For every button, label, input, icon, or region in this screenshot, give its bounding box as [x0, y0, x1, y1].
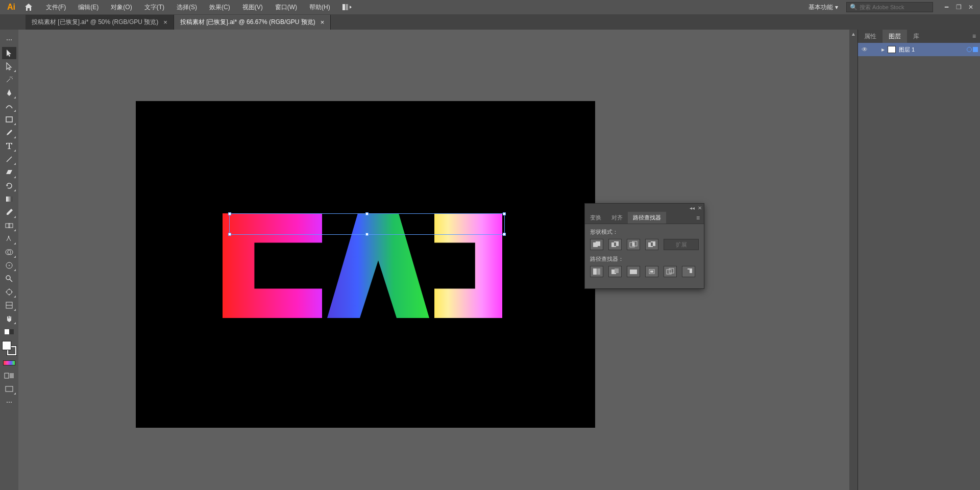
- rectangle-tool[interactable]: [2, 113, 16, 126]
- document-tab[interactable]: 投稿素材 [已恢复].ai* @ 66.67% (RGB/GPU 预览) ×: [174, 15, 331, 30]
- menubar: Ai 文件(F) 编辑(E) 对象(O) 文字(T) 选择(S) 效果(C) 视…: [0, 0, 980, 14]
- edit-toolbar-icon[interactable]: ⋯: [2, 34, 16, 46]
- more-tools-icon[interactable]: ⋯: [2, 396, 16, 408]
- letter-a-shape[interactable]: [327, 213, 429, 318]
- blend-tool[interactable]: [2, 219, 16, 232]
- menu-select[interactable]: 选择(S): [172, 1, 202, 14]
- svg-rect-32: [615, 268, 619, 273]
- pen-tool[interactable]: [2, 87, 16, 99]
- maximize-button[interactable]: ❐: [953, 3, 964, 11]
- curvature-tool[interactable]: [2, 100, 16, 112]
- panel-tab-properties[interactable]: 属性: [858, 30, 883, 43]
- target-icon[interactable]: [967, 47, 972, 52]
- collapse-panel-icon[interactable]: ◂◂: [690, 205, 695, 211]
- type-tool[interactable]: [2, 140, 16, 152]
- scissors-tool[interactable]: [2, 233, 16, 245]
- eyedropper-tool[interactable]: [2, 206, 16, 218]
- zoom-tool[interactable]: [2, 273, 16, 285]
- pathfinders-label: 路径查找器：: [590, 255, 699, 263]
- layer-thumbnail: [888, 46, 896, 53]
- selection-color-icon[interactable]: [973, 47, 978, 52]
- workspace-label: 基本功能: [808, 3, 833, 12]
- gradient-swatch[interactable]: [3, 360, 15, 365]
- minus-front-button[interactable]: [608, 239, 622, 250]
- tab-transform[interactable]: 变换: [585, 212, 606, 224]
- search-box[interactable]: 🔍: [846, 2, 933, 12]
- shape-modes-label: 形状模式：: [590, 228, 699, 236]
- arrange-documents-icon[interactable]: [339, 2, 356, 12]
- crop-button[interactable]: [645, 266, 658, 277]
- slice-tool[interactable]: [2, 299, 16, 311]
- menu-effect[interactable]: 效果(C): [204, 1, 235, 14]
- panel-titlebar[interactable]: ◂◂ ✕: [585, 204, 704, 212]
- intersect-button[interactable]: [627, 239, 640, 250]
- panel-tab-layers[interactable]: 图层: [883, 30, 907, 43]
- search-icon: 🔍: [850, 4, 857, 11]
- menu-items: 文件(F) 编辑(E) 对象(O) 文字(T) 选择(S) 效果(C) 视图(V…: [41, 1, 335, 14]
- scroll-up-icon[interactable]: ▲: [849, 30, 857, 38]
- menu-object[interactable]: 对象(O): [106, 1, 137, 14]
- window-controls: ━ ❐ ✕: [941, 3, 976, 11]
- line-tool[interactable]: [2, 153, 16, 165]
- rotate-tool[interactable]: [2, 180, 16, 192]
- symbol-sprayer-tool[interactable]: [2, 259, 16, 272]
- letter-j-shape[interactable]: [434, 213, 502, 318]
- selection-tool[interactable]: [2, 47, 16, 59]
- tab-align[interactable]: 对齐: [606, 212, 628, 224]
- workspace-switcher[interactable]: 基本功能 ▾: [804, 1, 842, 14]
- tools-panel: ⋯: [0, 30, 18, 490]
- merge-button[interactable]: [627, 266, 640, 277]
- vertical-scrollbar[interactable]: ▲: [849, 30, 857, 490]
- menu-window[interactable]: 窗口(W): [270, 1, 302, 14]
- svg-rect-2: [6, 117, 12, 122]
- expand-layer-icon[interactable]: ▸: [881, 46, 885, 53]
- direct-selection-tool[interactable]: [2, 60, 16, 72]
- fill-stroke-swatch[interactable]: [2, 341, 16, 355]
- pathfinders-row: [590, 266, 699, 277]
- canvas-area[interactable]: ▲: [18, 30, 857, 490]
- unite-button[interactable]: [590, 239, 603, 250]
- svg-rect-6: [9, 224, 13, 228]
- menu-file[interactable]: 文件(F): [41, 1, 71, 14]
- document-tab[interactable]: 投稿素材 [已恢复].ai* @ 50% (RGB/GPU 预览) ×: [26, 15, 174, 30]
- tab-close-icon[interactable]: ×: [163, 18, 167, 26]
- shape-builder-tool[interactable]: [2, 246, 16, 258]
- tab-close-icon[interactable]: ×: [321, 18, 325, 26]
- menu-view[interactable]: 视图(V): [237, 1, 268, 14]
- menu-help[interactable]: 帮助(H): [304, 1, 335, 14]
- minus-back-button[interactable]: [682, 266, 695, 277]
- exclude-button[interactable]: [645, 239, 658, 250]
- layer-name[interactable]: 图层 1: [899, 46, 964, 54]
- gradient-tool[interactable]: [2, 193, 16, 205]
- panel-tab-libraries[interactable]: 库: [907, 30, 925, 43]
- layer-row[interactable]: 👁 ▸ 图层 1: [858, 43, 980, 56]
- artboard-tool[interactable]: [2, 286, 16, 298]
- divide-button[interactable]: [590, 266, 603, 277]
- chevron-down-icon: ▾: [835, 4, 838, 11]
- menu-edit[interactable]: 编辑(E): [73, 1, 104, 14]
- close-button[interactable]: ✕: [966, 3, 976, 11]
- minimize-button[interactable]: ━: [941, 3, 951, 11]
- svg-line-3: [7, 157, 12, 162]
- draw-mode-icon[interactable]: [2, 370, 16, 382]
- close-panel-icon[interactable]: ✕: [698, 205, 702, 211]
- outline-button[interactable]: [664, 266, 677, 277]
- search-input[interactable]: [860, 4, 929, 10]
- home-icon[interactable]: [22, 1, 35, 13]
- menu-type[interactable]: 文字(T): [139, 1, 169, 14]
- expand-button[interactable]: 扩展: [664, 239, 699, 250]
- visibility-toggle-icon[interactable]: 👁: [860, 46, 869, 53]
- eraser-tool[interactable]: [2, 166, 16, 179]
- fill-swatch[interactable]: [2, 341, 11, 350]
- panel-menu-icon[interactable]: ≡: [692, 214, 704, 222]
- panel-menu-icon[interactable]: ≡: [968, 33, 980, 40]
- color-mode-icon[interactable]: [2, 326, 16, 338]
- paintbrush-tool[interactable]: [2, 127, 16, 139]
- screen-mode-icon[interactable]: [2, 383, 16, 395]
- svg-rect-19: [10, 373, 14, 378]
- trim-button[interactable]: [608, 266, 622, 277]
- tab-pathfinder[interactable]: 路径查找器: [628, 212, 666, 224]
- magic-wand-tool[interactable]: [2, 74, 16, 86]
- hand-tool[interactable]: [2, 312, 16, 325]
- letter-c-shape[interactable]: [223, 213, 322, 318]
